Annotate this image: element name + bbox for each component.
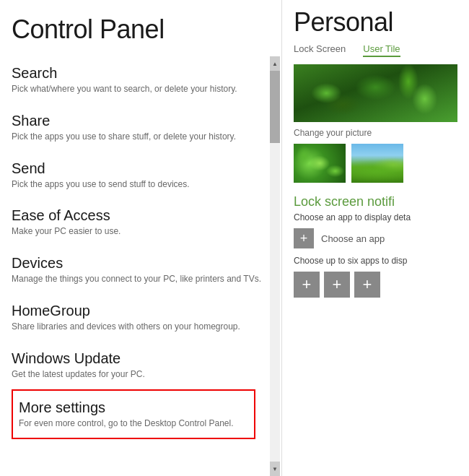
plus-button-3[interactable]: + (354, 272, 380, 298)
scrollbar-up-arrow[interactable]: ▲ (270, 56, 280, 71)
tabs-row: Lock Screen User Tile (294, 43, 457, 57)
thumbnail-leaves[interactable] (294, 144, 346, 183)
control-item-desc-devices: Manage the things you connect to your PC… (12, 273, 270, 285)
right-panel-title: Personal (294, 7, 457, 43)
control-item-title-send: Send (12, 160, 270, 177)
add-app-button[interactable]: + (294, 228, 314, 248)
control-item-send[interactable]: SendPick the apps you use to send stuff … (12, 152, 270, 199)
scroll-container: SearchPick what/where you want to search… (0, 56, 281, 476)
control-item-more-settings[interactable]: More settingsFor even more control, go t… (12, 389, 255, 440)
control-item-desc-more-settings: For even more control, go to the Desktop… (19, 417, 248, 430)
control-item-desc-share: Pick the apps you use to share stuff, or… (12, 131, 270, 143)
items-list: SearchPick what/where you want to search… (0, 56, 270, 476)
choose-app-row: + Choose an app (294, 228, 457, 248)
control-item-search[interactable]: SearchPick what/where you want to search… (12, 56, 270, 104)
plus-button-1[interactable]: + (294, 272, 320, 298)
plus-button-2[interactable]: + (324, 272, 350, 298)
change-picture-label: Change your picture (294, 128, 457, 138)
lock-screen-desc1: Choose an app to display deta (294, 212, 457, 222)
scrollbar-down-arrow[interactable]: ▼ (270, 462, 280, 476)
thumb-landscape-texture (351, 144, 403, 183)
thumbnail-landscape[interactable] (351, 144, 403, 183)
scrollbar-thumb[interactable] (270, 71, 280, 143)
thumbnails-row (294, 144, 457, 183)
control-item-title-more-settings: More settings (19, 399, 248, 416)
control-item-ease-of-access[interactable]: Ease of AccessMake your PC easier to use… (12, 199, 270, 246)
control-item-windows-update[interactable]: Windows UpdateGet the latest updates for… (12, 342, 270, 389)
control-item-title-homegroup: HomeGroup (12, 303, 270, 319)
control-item-desc-homegroup: Share libraries and devices with others … (12, 321, 270, 333)
control-item-title-search: Search (12, 65, 270, 82)
control-item-homegroup[interactable]: HomeGroupShare libraries and devices wit… (12, 294, 270, 342)
tab-user-tile[interactable]: User Tile (363, 43, 400, 57)
choose-app-label: Choose an app (321, 233, 385, 244)
left-panel: Control Panel SearchPick what/where you … (0, 0, 281, 476)
control-item-desc-windows-update: Get the latest updates for your PC. (12, 368, 270, 381)
scrollbar-track: ▲ ▼ (270, 56, 280, 476)
profile-main-image (294, 64, 457, 122)
control-item-share[interactable]: SharePick the apps you use to share stuf… (12, 104, 270, 152)
tab-lock-screen[interactable]: Lock Screen (294, 43, 346, 57)
thumb-leaves-texture (294, 144, 346, 183)
main-image-texture (294, 64, 457, 122)
lock-screen-desc2: Choose up to six apps to disp (294, 256, 457, 266)
control-item-title-ease-of-access: Ease of Access (12, 207, 270, 224)
control-item-devices[interactable]: DevicesManage the things you connect to … (12, 246, 270, 294)
control-item-desc-send: Pick the apps you use to send stuff to d… (12, 178, 270, 191)
control-item-title-windows-update: Windows Update (12, 350, 270, 367)
control-item-desc-search: Pick what/where you want to search, or d… (12, 83, 270, 95)
lock-screen-section-header: Lock screen notifi (294, 194, 457, 209)
right-panel: Personal Lock Screen User Tile Change yo… (282, 0, 469, 476)
panel-title: Control Panel (0, 7, 281, 56)
control-item-desc-ease-of-access: Make your PC easier to use. (12, 225, 270, 238)
plus-buttons-row: + + + (294, 272, 457, 298)
control-item-title-devices: Devices (12, 255, 270, 272)
control-item-title-share: Share (12, 113, 270, 129)
